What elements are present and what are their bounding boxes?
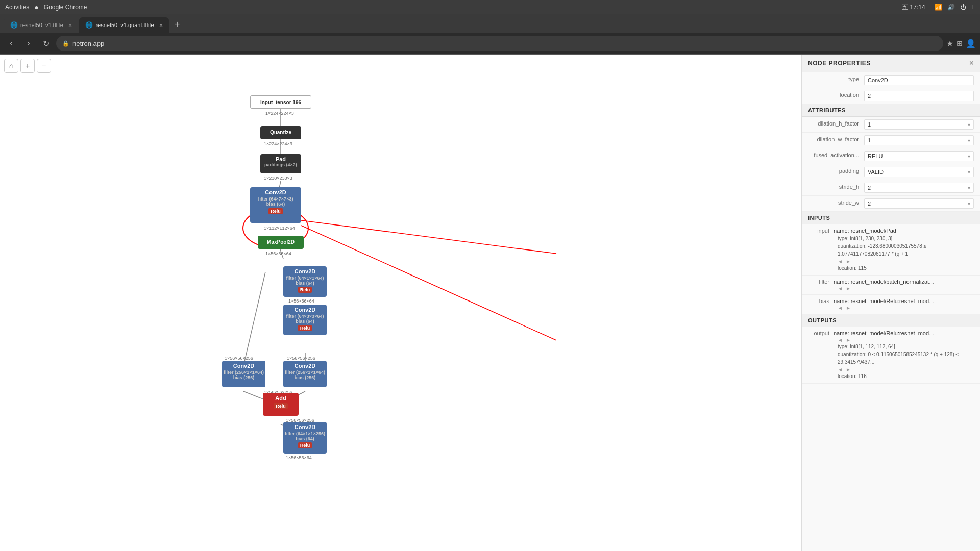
- node-conv2d-3[interactable]: Conv2D filter (64×3×3×64) bias (64) Relu: [283, 305, 327, 335]
- attr-arrow[interactable]: ▾: [968, 122, 970, 128]
- filter-scroll-left[interactable]: ◄: [838, 286, 843, 291]
- output-block: output name: resnet_model/Relu:resnet_mo…: [802, 327, 980, 384]
- tab-1[interactable]: 🌐 resnet50_v1.tflite ×: [4, 17, 78, 33]
- node-pad[interactable]: Pad paddings (4×2): [260, 154, 301, 173]
- home-toolbar-button[interactable]: ⌂: [4, 59, 18, 73]
- panel-close-button[interactable]: ×: [969, 59, 974, 68]
- browser-chrome: 🌐 resnet50_v1.tflite × 🌐 resnet50_v1.qua…: [0, 14, 980, 55]
- bookmark-icon[interactable]: ★: [946, 39, 953, 48]
- back-button[interactable]: ‹: [4, 36, 18, 51]
- node-conv2d-6[interactable]: Conv2D filter (64×1×1×256) bias (64) Rel…: [283, 422, 327, 454]
- panel-title: NODE PROPERTIES: [808, 60, 871, 67]
- output-location-text: location: 116: [808, 372, 974, 380]
- filter-scroll-right[interactable]: ►: [846, 286, 851, 291]
- input-location-text: location: 115: [808, 264, 974, 272]
- attr-row-dilation_w_factor: dilation_w_factor 1 ▾: [802, 133, 980, 148]
- edge-label-4: 1×56×56×64: [265, 251, 291, 256]
- power-icon: ⏻: [960, 4, 966, 11]
- reload-button[interactable]: ↻: [39, 36, 53, 51]
- edge-label-5: 1×56×56×64: [288, 298, 314, 304]
- user-avatar: T: [971, 4, 975, 11]
- output-q-scroll-right[interactable]: ►: [846, 367, 851, 372]
- output-q-scroll-left[interactable]: ◄: [838, 367, 843, 372]
- forward-button[interactable]: ›: [21, 36, 36, 51]
- tab-1-close[interactable]: ×: [68, 21, 72, 29]
- edge-label-6b: 1×56×56×256: [287, 356, 315, 361]
- edge-label-3: 1×112×112×64: [264, 226, 295, 231]
- svg-line-12: [301, 226, 556, 340]
- input-scroll-left[interactable]: ◄: [838, 259, 843, 264]
- input-type-text: type: int8[1, 230, 230, 3]: [808, 235, 974, 242]
- filter-label: filter: [808, 279, 834, 285]
- edge-label-1: 1×224×224×3: [264, 141, 292, 146]
- zoom-out-button[interactable]: −: [37, 59, 51, 73]
- main-content: ⌂ + −: [0, 55, 980, 551]
- node-add[interactable]: Add Relu: [263, 393, 299, 416]
- panel-header: NODE PROPERTIES ×: [802, 55, 980, 72]
- edge-label-9: 1×56×56×64: [286, 455, 312, 460]
- location-label: location: [808, 91, 864, 98]
- address-text: netron.app: [72, 40, 937, 47]
- lock-icon: 🔒: [62, 40, 69, 47]
- input-scroll-right[interactable]: ►: [846, 259, 851, 264]
- output-name-row: output name: resnet_model/Relu:resnet_mo…: [808, 330, 974, 336]
- output-label: output: [808, 330, 834, 336]
- attr-arrow[interactable]: ▾: [968, 201, 970, 207]
- profile-icon[interactable]: 👤: [966, 39, 976, 48]
- zoom-in-button[interactable]: +: [20, 59, 35, 73]
- location-row: location 2: [802, 88, 980, 104]
- filter-name-row: filter name: resnet_model/batch_normaliz…: [808, 279, 974, 285]
- input-block-filter: filter name: resnet_model/batch_normaliz…: [802, 276, 980, 295]
- address-right-icons: ★ ⊞ 👤: [946, 39, 976, 48]
- top-bar: Activities ● Google Chrome 五 17:14 📶 🔊 ⏻…: [0, 0, 980, 14]
- tab-2-favicon: 🌐: [85, 21, 92, 29]
- edge-label-6a: 1×56×56×256: [225, 356, 253, 361]
- node-quantize[interactable]: Quantize: [260, 126, 301, 139]
- bias-name-row: bias name: resnet_model/Relu:resnet_mode…: [808, 298, 974, 304]
- node-input-tensor[interactable]: input_tensor 196: [250, 95, 311, 109]
- type-row: type Conv2D: [802, 72, 980, 88]
- attr-arrow[interactable]: ▾: [968, 138, 970, 143]
- bias-scroll-right[interactable]: ►: [846, 305, 851, 311]
- attributes-section-header: ATTRIBUTES: [802, 104, 980, 117]
- attr-label: stride_h: [808, 183, 864, 190]
- node-conv2d-4[interactable]: Conv2D filter (256×1×1×64) bias (256): [222, 361, 265, 387]
- address-bar: ‹ › ↻ 🔒 netron.app ★ ⊞ 👤: [0, 33, 980, 54]
- attr-row-stride_w: stride_w 2 ▾: [802, 196, 980, 212]
- node-conv2d-5[interactable]: Conv2D filter (256×1×1×64) bias (256): [283, 361, 327, 387]
- type-label: type: [808, 75, 864, 82]
- type-value: Conv2D: [864, 75, 974, 85]
- output-type-text: type: int8[1, 112, 112, 64]: [808, 343, 974, 350]
- bias-scroll-left[interactable]: ◄: [838, 305, 843, 311]
- time-display: 五 17:14: [902, 3, 925, 12]
- attr-arrow[interactable]: ▾: [968, 154, 970, 159]
- address-bar-input[interactable]: 🔒 netron.app: [56, 36, 943, 51]
- tab-bar: 🌐 resnet50_v1.tflite × 🌐 resnet50_v1.qua…: [0, 14, 980, 33]
- attr-label: stride_w: [808, 198, 864, 206]
- attr-arrow[interactable]: ▾: [968, 185, 970, 191]
- input-block-bias: bias name: resnet_model/Relu:resnet_mode…: [802, 295, 980, 314]
- attr-row-dilation_h_factor: dilation_h_factor 1 ▾: [802, 117, 980, 133]
- activities-label[interactable]: Activities: [5, 4, 29, 11]
- input-name-row: input name: resnet_model/Pad: [808, 228, 974, 234]
- node-conv2d-2[interactable]: Conv2D filter (64×1×1×64) bias (64) Relu: [283, 266, 327, 297]
- attr-value: RELU ▾: [864, 151, 974, 161]
- node-conv2d-1[interactable]: Conv2D filter (64×7×7×3) bias (64) Relu: [250, 187, 301, 223]
- attributes-list: dilation_h_factor 1 ▾ dilation_w_factor …: [802, 117, 980, 212]
- chrome-logo: ●: [34, 3, 38, 11]
- wifi-icon: 📶: [935, 4, 942, 11]
- output-scroll-left[interactable]: ◄: [838, 337, 843, 343]
- graph-canvas-area[interactable]: ⌂ + −: [0, 55, 801, 551]
- sound-icon: 🔊: [947, 4, 955, 11]
- attr-arrow[interactable]: ▾: [968, 169, 970, 175]
- tab-2-close[interactable]: ×: [159, 21, 163, 29]
- output-scroll-right[interactable]: ►: [846, 337, 851, 343]
- extensions-icon[interactable]: ⊞: [957, 39, 963, 47]
- graph-connections-svg: [0, 55, 801, 551]
- node-maxpool[interactable]: MaxPool2D: [258, 236, 304, 249]
- input-label: input: [808, 228, 834, 234]
- new-tab-button[interactable]: +: [170, 17, 184, 32]
- filter-name-value: name: resnet_model/batch_normalization/F…: [834, 279, 936, 285]
- input-quantization-text: quantization: -123.680000305175578 ≤ 1.0…: [808, 242, 974, 258]
- tab-2[interactable]: 🌐 resnet50_v1.quant.tflite ×: [79, 17, 169, 33]
